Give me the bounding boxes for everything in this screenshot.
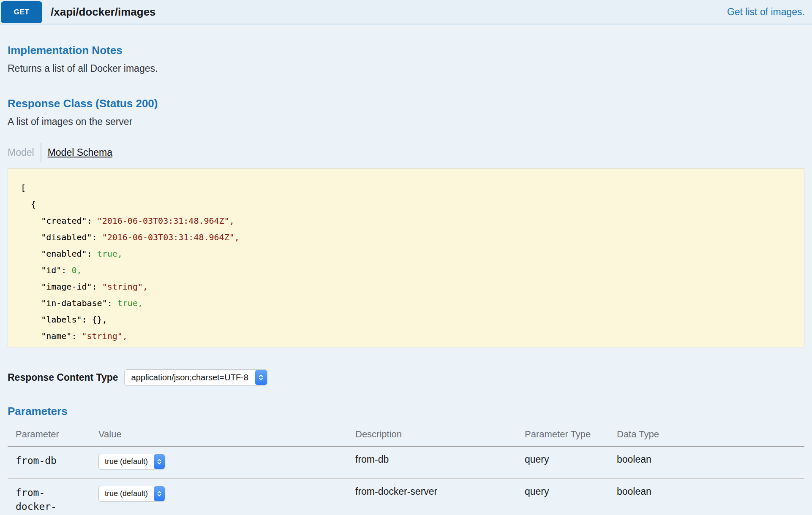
parameter-data-type: boolean — [617, 446, 804, 478]
model-tabs: Model Model Schema — [8, 143, 804, 162]
operation-content: Implementation Notes Returns a list of a… — [0, 44, 812, 515]
response-content-type-select[interactable]: application/json;charset=UTF-8 — [124, 369, 267, 385]
select-stepper-icon — [154, 486, 165, 501]
parameter-row-from-db: from-db true (default) from-db query — [8, 446, 804, 478]
response-content-type-value: application/json;charset=UTF-8 — [125, 370, 255, 385]
endpoint-path-link[interactable]: /xapi/docker/images — [51, 5, 156, 19]
response-class-text: A list of images on the server — [8, 116, 804, 127]
parameter-name: from-docker-server — [8, 478, 98, 515]
parameter-value-select-from-docker-server[interactable]: true (default) — [98, 486, 165, 501]
response-content-type-label: Response Content Type — [8, 372, 118, 383]
response-class-heading: Response Class (Status 200) — [8, 97, 804, 110]
parameter-type: query — [525, 446, 617, 478]
column-header-parameter: Parameter — [8, 424, 98, 446]
select-stepper-icon — [255, 370, 267, 385]
parameter-data-type: boolean — [617, 478, 804, 515]
column-header-parameter-type: Parameter Type — [525, 424, 617, 446]
parameter-type: query — [525, 478, 617, 515]
parameters-heading: Parameters — [8, 405, 804, 418]
parameter-value-select-from-db[interactable]: true (default) — [98, 454, 165, 469]
parameter-value: true (default) — [99, 486, 154, 501]
model-schema-code: [ { "created": "2016-06-03T03:31:48.964Z… — [8, 168, 804, 347]
response-content-type-row: Response Content Type application/json;c… — [8, 369, 804, 385]
operation-header: GET /xapi/docker/images Get list of imag… — [0, 0, 812, 24]
parameters-header-row: Parameter Value Description Parameter Ty… — [8, 424, 804, 446]
column-header-description: Description — [355, 424, 525, 446]
select-stepper-icon — [154, 454, 165, 469]
get-method-button[interactable]: GET — [1, 1, 42, 23]
tab-model-schema[interactable]: Model Schema — [48, 147, 112, 158]
parameter-description: from-db — [355, 446, 525, 478]
implementation-notes-heading: Implementation Notes — [8, 44, 804, 57]
implementation-notes-text: Returns a list of all Docker images. — [8, 63, 804, 74]
tab-model[interactable]: Model — [8, 147, 34, 158]
parameter-row-from-docker-server: from-docker-server true (default) from-d… — [8, 478, 804, 515]
operation-summary-link[interactable]: Get list of images. — [727, 6, 805, 18]
column-header-data-type: Data Type — [617, 424, 804, 446]
parameter-description: from-docker-server — [355, 478, 525, 515]
parameters-table: Parameter Value Description Parameter Ty… — [8, 424, 804, 515]
parameter-value: true (default) — [99, 454, 154, 469]
parameter-name: from-db — [8, 446, 98, 478]
column-header-value: Value — [98, 424, 355, 446]
tab-separator — [41, 143, 41, 162]
